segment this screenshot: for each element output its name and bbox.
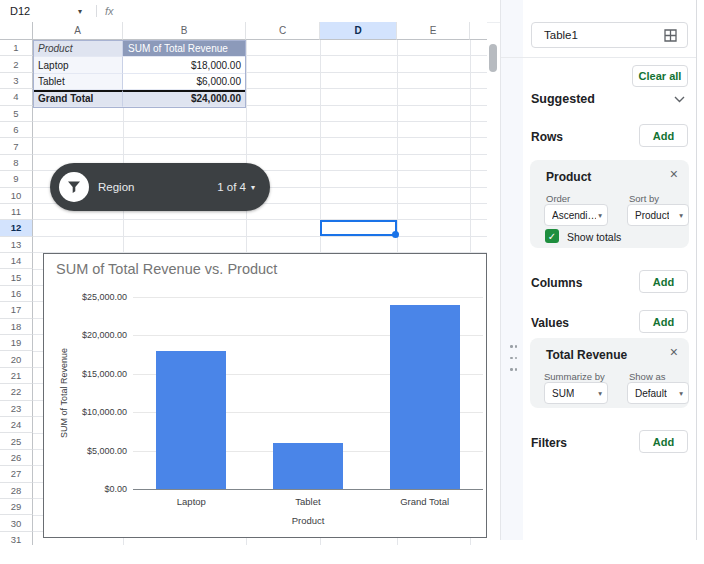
filter-chip-selection[interactable]: 1 of 4 ▾	[217, 181, 255, 193]
chart-y-axis-title: SUM of Total Revenue	[59, 293, 69, 493]
x-tick-label: Grand Total	[366, 496, 483, 507]
chart-bar-grand-total[interactable]	[390, 305, 460, 489]
row-header-4[interactable]: 4	[0, 89, 33, 105]
chart-gridline	[133, 489, 483, 490]
row-header-30[interactable]: 30	[0, 515, 33, 531]
row-header-11[interactable]: 11	[0, 204, 33, 220]
y-tick-label: $10,000.00	[44, 407, 127, 417]
column-header-fill	[470, 22, 487, 40]
pivot-cell-value[interactable]: $24,000.00	[123, 90, 245, 106]
sort-by-value: Product	[635, 210, 669, 221]
chart-gridline	[133, 297, 483, 298]
row-header-3[interactable]: 3	[0, 73, 33, 89]
row-header-17[interactable]: 17	[0, 302, 33, 318]
pivot-cell-label[interactable]: Grand Total	[34, 90, 123, 106]
values-section-label: Values	[531, 316, 569, 330]
chevron-down-icon: ▾	[598, 389, 602, 398]
column-header-C[interactable]: C	[246, 22, 320, 40]
column-header-E[interactable]: E	[397, 22, 470, 40]
row-header-8[interactable]: 8	[0, 155, 33, 171]
pivot-header-product[interactable]: Product	[34, 41, 123, 57]
summarize-by-dropdown[interactable]: SUM ▾	[544, 382, 608, 404]
pivot-rows-card: Product × Order Sort by Ascendi… ▾ Produ…	[530, 160, 689, 248]
row-header-13[interactable]: 13	[0, 237, 33, 253]
y-tick-label: $20,000.00	[44, 330, 127, 340]
show-as-label: Show as	[629, 371, 665, 382]
name-box[interactable]: D12 ▾	[0, 5, 88, 17]
show-totals-label: Show totals	[567, 231, 621, 243]
y-tick-label: $15,000.00	[44, 369, 127, 379]
name-box-caret-icon[interactable]: ▾	[78, 7, 82, 16]
pivot-header-value[interactable]: SUM of Total Revenue	[123, 41, 245, 57]
column-header-B[interactable]: B	[123, 22, 246, 40]
row-header-15[interactable]: 15	[0, 269, 33, 285]
row-header-25[interactable]: 25	[0, 433, 33, 449]
formula-bar: D12 ▾ fx	[0, 0, 500, 23]
row-header-29[interactable]: 29	[0, 499, 33, 515]
filter-chip-label: Region	[98, 181, 134, 193]
selected-cell[interactable]	[320, 220, 397, 236]
filter-chip[interactable]: Region 1 of 4 ▾	[50, 163, 270, 211]
row-header-1[interactable]: 1	[0, 40, 33, 56]
order-label: Order	[546, 193, 570, 204]
row-header-12[interactable]: 12	[0, 220, 33, 236]
pivot-cell-label[interactable]: Laptop	[34, 57, 123, 73]
pivot-cell-label[interactable]: Tablet	[34, 74, 123, 90]
vertical-scrollbar[interactable]	[489, 44, 497, 72]
row-header-6[interactable]: 6	[0, 122, 33, 138]
column-header-D[interactable]: D	[320, 22, 397, 40]
row-header-27[interactable]: 27	[0, 466, 33, 482]
row-header-19[interactable]: 19	[0, 335, 33, 351]
select-all-corner[interactable]	[0, 22, 33, 40]
row-header-18[interactable]: 18	[0, 319, 33, 335]
show-totals-checkbox[interactable]: ✓	[545, 229, 559, 243]
suggested-chevron-icon[interactable]	[674, 96, 685, 103]
fx-icon: fx	[105, 5, 114, 17]
show-as-value: Default	[635, 388, 667, 399]
row-header-23[interactable]: 23	[0, 401, 33, 417]
row-header-28[interactable]: 28	[0, 483, 33, 499]
row-header-2[interactable]: 2	[0, 56, 33, 72]
show-as-dropdown[interactable]: Default ▾	[627, 382, 689, 404]
chart-bar-tablet[interactable]	[273, 443, 343, 489]
table-icon	[664, 29, 677, 42]
table-name-field[interactable]: Table1	[531, 22, 688, 48]
column-header-A[interactable]: A	[33, 22, 123, 40]
row-header-22[interactable]: 22	[0, 384, 33, 400]
chart-bar-laptop[interactable]	[156, 351, 226, 489]
pivot-cell-value[interactable]: $6,000.00	[123, 74, 245, 90]
sort-by-dropdown[interactable]: Product ▾	[627, 204, 689, 226]
order-dropdown[interactable]: Ascendi… ▾	[544, 204, 608, 226]
pivot-row: Laptop$18,000.00	[34, 57, 245, 73]
row-header-7[interactable]: 7	[0, 138, 33, 154]
panel-drag-handle[interactable]	[510, 345, 517, 371]
row-header-21[interactable]: 21	[0, 368, 33, 384]
fill-handle[interactable]	[392, 231, 399, 238]
pivot-row: Tablet$6,000.00	[34, 74, 245, 90]
row-header-31[interactable]: 31	[0, 532, 33, 545]
row-header-9[interactable]: 9	[0, 171, 33, 187]
chart[interactable]: $0.00$5,000.00$10,000.00$15,000.00$20,00…	[43, 253, 487, 538]
row-header-16[interactable]: 16	[0, 286, 33, 302]
row-header-26[interactable]: 26	[0, 450, 33, 466]
row-header-5[interactable]: 5	[0, 106, 33, 122]
rows-section-label: Rows	[531, 130, 563, 144]
columns-add-button[interactable]: Add	[639, 270, 688, 293]
row-header-24[interactable]: 24	[0, 417, 33, 433]
row-header-14[interactable]: 14	[0, 253, 33, 269]
close-icon[interactable]: ×	[670, 344, 678, 360]
row-header-10[interactable]: 10	[0, 188, 33, 204]
close-icon[interactable]: ×	[670, 166, 678, 182]
filter-icon	[59, 172, 89, 202]
column-headers: ABCDE	[0, 22, 487, 40]
filters-add-button[interactable]: Add	[639, 430, 688, 453]
pivot-table: ProductSUM of Total RevenueLaptop$18,000…	[33, 40, 246, 108]
row-header-20[interactable]: 20	[0, 351, 33, 367]
pivot-row: Grand Total$24,000.00	[34, 90, 245, 106]
clear-all-button[interactable]: Clear all	[632, 65, 688, 87]
rows-add-button[interactable]: Add	[639, 124, 688, 147]
values-add-button[interactable]: Add	[639, 310, 688, 333]
summarize-by-label: Summarize by	[544, 371, 605, 382]
pivot-header-row: ProductSUM of Total Revenue	[34, 41, 245, 57]
pivot-cell-value[interactable]: $18,000.00	[123, 57, 245, 73]
